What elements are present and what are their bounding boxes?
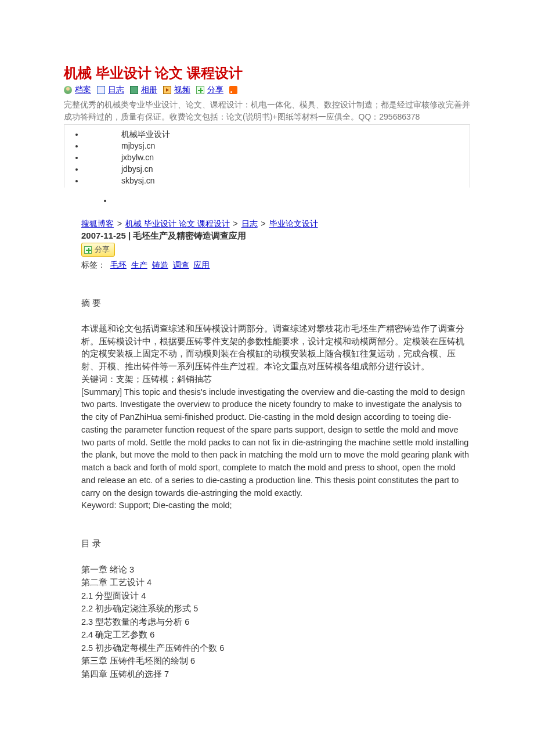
breadcrumb-sep: > <box>261 219 266 228</box>
sidebar-item[interactable]: jdbysj.cn <box>84 163 470 175</box>
tag-link[interactable]: 铸造 <box>152 260 168 269</box>
breadcrumb-category[interactable]: 毕业论文设计 <box>269 219 318 228</box>
rss-icon[interactable] <box>229 86 237 94</box>
abstract-heading: 摘 要 <box>81 297 470 310</box>
tags-label: 标签： <box>81 260 106 269</box>
toc-item: 第四章 压铸机的选择 7 <box>81 668 470 681</box>
abstract-en: [Summary] This topic and thesis's includ… <box>81 386 470 500</box>
photo-icon <box>130 86 138 94</box>
plus-icon <box>196 86 204 94</box>
abstract-cn: 本课题和论文包括调查综述和压铸模设计两部分。调查综述对攀枝花市毛坯生产精密铸造作… <box>81 323 470 373</box>
tab-video[interactable]: 视频 <box>174 85 190 95</box>
blog-description: 完整优秀的机械类专业毕业设计、论文、课程设计：机电一体化、模具、数控设计制造；都… <box>64 99 470 125</box>
tag-link[interactable]: 毛坯 <box>110 260 127 269</box>
breadcrumb-blog[interactable]: 机械 毕业设计 论文 课程设计 <box>125 219 230 228</box>
breadcrumb-posts[interactable]: 日志 <box>241 219 258 228</box>
tab-profile[interactable]: 档案 <box>75 85 91 95</box>
post-title: 2007-11-25 | 毛坯生产及精密铸造调查应用 <box>81 231 470 242</box>
sidebar-list: 机械毕业设计 mjbysj.cn jxbylw.cn jdbysj.cn skb… <box>84 128 470 186</box>
tag-link[interactable]: 调查 <box>173 260 189 269</box>
breadcrumb-sep: > <box>117 219 122 228</box>
tab-posts[interactable]: 日志 <box>108 85 124 95</box>
toc-item: 2.2 初步确定浇注系统的形式 5 <box>81 602 470 615</box>
toc-item: 2.3 型芯数量的考虑与分析 6 <box>81 615 470 628</box>
share-button[interactable]: 分享 <box>81 243 115 257</box>
toc-item: 2.5 初步确定每模生产压铸件的个数 6 <box>81 642 470 654</box>
keywords-cn: 关键词：支架；压铸模；斜销抽芯 <box>81 373 470 386</box>
book-icon <box>97 86 105 94</box>
tags-row: 标签： 毛坯 生产 铸造 调查 应用 <box>81 260 470 271</box>
toc-item: 第一章 绪论 3 <box>81 563 470 576</box>
breadcrumb: 搜狐博客 > 机械 毕业设计 论文 课程设计 > 日志 > 毕业论文设计 <box>81 219 470 229</box>
blog-title: 机械 毕业设计 论文 课程设计 <box>64 64 470 82</box>
tag-link[interactable]: 生产 <box>131 260 147 269</box>
keywords-en: Keyword: Support; Die-casting the mold; <box>81 499 470 512</box>
sidebar-item[interactable]: skbysj.cn <box>84 175 470 186</box>
plus-icon <box>84 246 92 254</box>
blog-tab-nav: 档案 日志 相册 视频 分享 <box>64 85 470 95</box>
toc-item: 第二章 工艺设计 4 <box>81 576 470 589</box>
toc-item: 2.1 分型面设计 4 <box>81 589 470 602</box>
sidebar-item[interactable]: mjbysj.cn <box>84 140 470 152</box>
tab-share[interactable]: 分享 <box>207 85 223 95</box>
sidebar-item[interactable]: 机械毕业设计 <box>84 128 470 140</box>
video-icon <box>163 86 171 94</box>
tab-album[interactable]: 相册 <box>141 85 157 95</box>
breadcrumb-sep: > <box>233 219 238 228</box>
tag-link[interactable]: 应用 <box>193 260 210 269</box>
empty-list-bullet <box>89 196 470 205</box>
toc-heading: 目 录 <box>81 538 470 550</box>
breadcrumb-home[interactable]: 搜狐博客 <box>81 219 114 228</box>
toc-item: 第三章 压铸件毛坯图的绘制 6 <box>81 654 470 667</box>
share-label: 分享 <box>95 244 110 255</box>
toc-item: 2.4 确定工艺参数 6 <box>81 628 470 641</box>
sidebar-item[interactable]: jxbylw.cn <box>84 152 470 163</box>
post-body: 摘 要 本课题和论文包括调查综述和压铸模设计两部分。调查综述对攀枝花市毛坯生产精… <box>81 297 470 681</box>
user-icon <box>64 86 72 94</box>
